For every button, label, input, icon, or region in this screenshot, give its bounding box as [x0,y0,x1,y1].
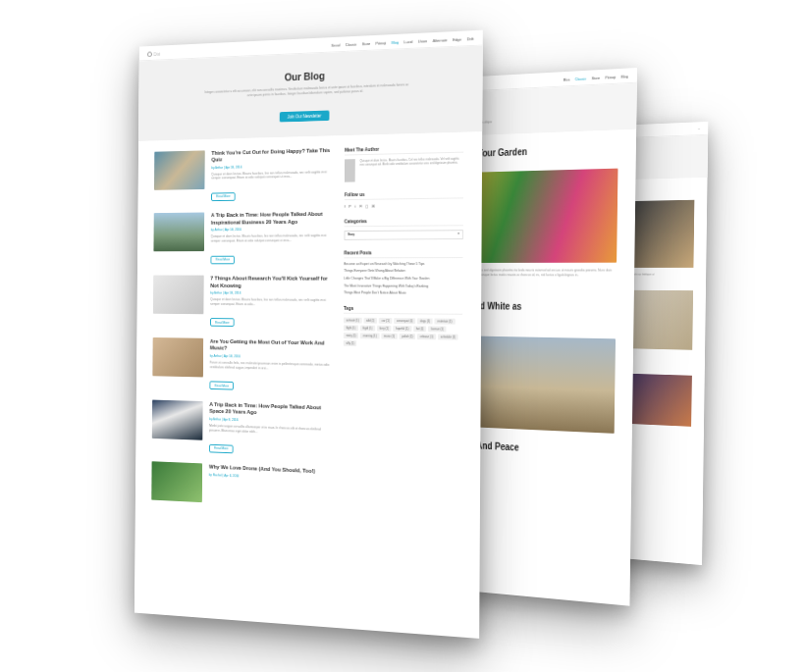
list-item: Are You Getting the Most Out of Your Wor… [152,337,331,393]
nav-item[interactable]: ··· [697,127,700,130]
read-more-button[interactable]: Read More [210,318,235,327]
sidebar-heading: Categories [345,217,463,227]
post-thumbnail[interactable] [152,399,203,439]
recent-post-link[interactable]: Become an Expert on Research by Watching… [344,262,462,267]
nav-item-edge[interactable]: Edge [453,37,461,42]
nav-item-blog[interactable]: Blog [392,40,399,45]
tag-link[interactable]: activate (1) [344,318,362,324]
post-excerpt: Morbi justo augue convallis ullamcorper … [209,424,331,438]
mail-icon[interactable]: ✉ [359,203,362,208]
site-logo[interactable]: Divi [147,51,160,57]
nav-item[interactable]: Store [591,76,600,80]
list-item: Why We Love Drone (And You Should, Too!)… [151,462,330,509]
tag-link[interactable]: music (1) [381,334,398,339]
tag-link[interactable]: add (1) [363,318,377,324]
post-excerpt: Fusce at convallis felis, nec molestie i… [210,360,332,372]
recent-post-link[interactable]: Things Most People Don't Notice About Mu… [344,291,462,296]
twitter-icon[interactable]: t [354,203,355,208]
nav-item[interactable]: Blog [621,74,628,78]
post-list: Think You're Cut Out for Doing Happy? Ta… [151,147,333,521]
read-more-button[interactable]: Read More [211,192,236,201]
post-title[interactable]: Are You Getting the Most Out of Your Wor… [210,338,332,354]
nav-item[interactable]: Classic [575,77,586,81]
tag-link[interactable]: schedule (1) [438,335,458,340]
nav-item[interactable]: Blus [564,78,570,82]
nav-item-lucid[interactable]: Lucid [404,39,413,44]
list-item: Think You're Cut Out for Doing Happy? Ta… [154,147,333,203]
read-more-button[interactable]: Read More [209,382,234,390]
tag-link[interactable]: hopeful (1) [394,326,412,332]
nav-item-drift[interactable]: Drift [467,36,474,41]
instagram-icon[interactable]: ◻ [365,203,368,208]
category-select[interactable]: Story [344,230,462,240]
rss-icon[interactable]: ⌘ [371,203,375,208]
read-more-button[interactable]: Read More [211,255,236,264]
list-item: A Trip Back in Time: How People Talked A… [153,211,332,264]
post-thumbnail[interactable] [153,276,204,315]
tag-link[interactable]: car (1) [379,318,392,324]
tag-link[interactable]: polish (1) [400,334,416,339]
list-item: A Trip Back in Time: How People Talked A… [152,399,331,457]
post-thumbnail[interactable] [152,337,203,377]
facebook-icon[interactable]: f [345,203,346,208]
post-excerpt: Quisque et diam lectus. Mauris faucibus,… [211,170,332,181]
recent-post-link[interactable]: Things Everyone Gets Wrong About Relatio… [344,269,462,274]
post-title[interactable]: A Trip Back in Time: How People Talked A… [209,401,331,419]
post-meta: by Arthur | Apr 18, 2016 [210,291,331,295]
author-avatar [345,159,355,182]
author-bio: Quisque et diam lectus. Mauris faucibus.… [360,156,464,181]
tag-link[interactable]: flight (1) [344,325,358,331]
nav-item[interactable]: Pitmoji [605,75,616,79]
tag-link[interactable]: consequat (1) [394,318,415,324]
tag-link[interactable]: misty (1) [344,333,359,338]
nav-item-classic[interactable]: Classic [346,42,357,47]
newsletter-button[interactable]: Join Our Newsletter [280,110,329,122]
pinterest-icon[interactable]: P [349,203,350,208]
post-excerpt: Quisque et diam lectus. Mauris faucibus,… [210,297,331,307]
hero: Our Blog Integer consectetur a elit accu… [138,46,483,141]
sidebar-heading: Tags [344,305,462,315]
tag-link[interactable]: morning (1) [360,333,379,338]
post-meta: by Arthur | Apr 18, 2016 [210,354,331,360]
post-thumbnail[interactable] [154,150,205,189]
sidebar: Meet The Author Quisque et diam lectus. … [342,143,463,528]
post-thumbnail[interactable] [151,462,202,503]
tag-link[interactable]: hot (1) [413,326,427,332]
post-title[interactable]: 7 Things About Research You'll Kick Your… [210,276,331,290]
list-item: 7 Things About Research You'll Kick Your… [153,276,332,329]
post-thumbnail[interactable] [153,213,204,252]
tag-link[interactable]: silly (1) [344,340,357,346]
post-title[interactable]: A Trip Back in Time: How People Talked A… [211,211,332,227]
nav-item-pitmoji[interactable]: Pitmoji [376,40,387,45]
sidebar-heading: Meet The Author [345,143,463,155]
tag-link[interactable]: license (1) [428,326,446,332]
tag-link[interactable]: furry (1) [377,326,392,332]
tag-link[interactable]: dogs (1) [417,318,433,324]
post-excerpt: Quisque et diam lectus. Mauris faucibus,… [211,233,332,243]
hero-subtitle: Integer consectetur a elit accumsan, eli… [203,82,409,100]
sidebar-heading: Follow us [345,189,463,200]
layout-preview-panel-1: Divi SeoulClassicStorePitmojiBlogLucidUn… [134,30,483,639]
nav-item-union[interactable]: Union [418,38,428,43]
nav-item-alternate[interactable]: Alternate [433,37,448,43]
post-title[interactable]: Think You're Cut Out for Doing Happy? Ta… [211,147,332,164]
post-meta: by Arthur | Apr 18, 2016 [211,163,332,169]
read-more-button[interactable]: Read More [209,444,234,454]
post-meta: by Arthur | Apr 18, 2016 [211,228,332,233]
recent-post-link[interactable]: The Most Innovative Things Happening Wit… [344,284,462,288]
sidebar-heading: Recent Posts [344,249,462,258]
tag-link[interactable]: release (1) [417,334,436,339]
nav-item-store[interactable]: Store [362,41,371,46]
nav-item-seoul[interactable]: Seoul [331,42,340,47]
recent-post-link[interactable]: Little Changes That'll Make a Big Differ… [344,277,462,282]
tag-link[interactable]: entertain (1) [435,319,456,325]
tag-link[interactable]: frigid (1) [360,326,375,332]
